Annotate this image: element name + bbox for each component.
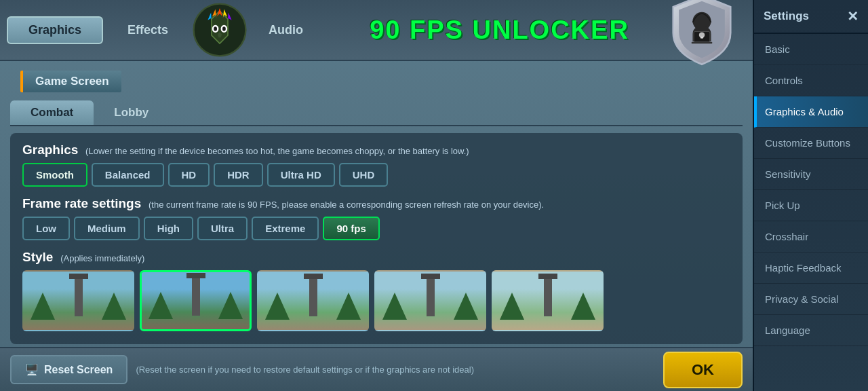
style-thumbnails [22,270,730,331]
style-thumb-3[interactable] [257,270,369,331]
option-hdr[interactable]: HDR [214,163,263,187]
top-bar: Graphics Effects Audio 90 FPS UNLOCKER [0,0,753,61]
style-thumb-2[interactable] [140,270,252,331]
option-smooth[interactable]: Smooth [22,163,87,187]
style-row: Style (Applies immediately) [22,250,730,331]
section-label: Game Screen [20,71,121,92]
style-thumb-1[interactable] [22,270,134,331]
style-thumb-4[interactable] [374,270,486,331]
fps-ultra[interactable]: Ultra [197,217,248,240]
tab-graphics[interactable]: Graphics [7,16,103,44]
fps-extreme[interactable]: Extreme [252,217,319,240]
sidebar-item-graphics-audio[interactable]: Graphics & Audio [754,96,868,128]
graphics-desc: (Lower the setting if the device becomes… [85,146,469,156]
svg-rect-7 [692,42,712,44]
reset-description: (Reset the screen if you need to restore… [136,365,663,375]
graphics-quality-title: Graphics (Lower the setting if the devic… [22,143,730,157]
graphics-quality-row: Graphics (Lower the setting if the devic… [22,143,730,187]
option-uhd[interactable]: UHD [339,163,389,187]
option-hd[interactable]: HD [168,163,210,187]
sidebar-item-controls[interactable]: Controls [754,65,868,96]
close-icon[interactable]: ✕ [847,8,859,24]
main-content: Graphics Effects Audio 90 FPS UNLOCKER [0,0,753,391]
sidebar-item-privacy-social[interactable]: Privacy & Social [754,284,868,315]
sidebar-item-customize-buttons[interactable]: Customize Buttons [754,128,868,159]
fps-medium[interactable]: Medium [74,217,140,240]
option-balanced[interactable]: Balanced [92,163,164,187]
style-label: Style [22,250,53,264]
option-ultrahd[interactable]: Ultra HD [267,163,335,187]
fps-low[interactable]: Low [22,217,70,240]
reset-label: Reset Screen [44,364,113,376]
framerate-desc: (the current frame rate is 90 FPS, pleas… [149,200,544,210]
shield-icon [665,0,739,67]
framerate-title: Frame rate settings (the current frame r… [22,196,730,211]
sub-tab-lobby[interactable]: Lobby [94,100,169,125]
monitor-icon: 🖥️ [25,363,39,376]
fps-high[interactable]: High [144,217,193,240]
sidebar-item-basic[interactable]: Basic [754,34,868,65]
sidebar: Settings ✕ Basic Controls Graphics & Aud… [753,0,868,391]
framerate-options: Low Medium High Ultra Extreme 90 fps [22,217,730,240]
reset-button[interactable]: 🖥️ Reset Screen [10,355,127,384]
sub-tabs: Combat Lobby [10,100,743,126]
sidebar-header: Settings ✕ [754,0,868,34]
svg-point-3 [214,26,217,31]
framerate-label: Frame rate settings [22,196,141,210]
graphics-label: Graphics [22,143,78,157]
framerate-row: Frame rate settings (the current frame r… [22,196,730,240]
sub-tab-combat[interactable]: Combat [10,100,94,125]
tab-audio[interactable]: Audio [247,16,325,44]
style-thumb-5[interactable] [492,270,604,331]
bottom-bar: 🖥️ Reset Screen (Reset the screen if you… [0,347,753,391]
sidebar-title: Settings [764,10,809,23]
sidebar-item-language[interactable]: Language [754,315,868,346]
logo-icon [193,3,247,57]
graphics-options: Smooth Balanced HD HDR Ultra HD UHD [22,163,730,187]
style-desc: (Applies immediately) [60,253,144,263]
ok-button[interactable]: OK [663,352,743,388]
sidebar-item-sensitivity[interactable]: Sensitivity [754,159,868,190]
sidebar-item-haptic-feedback[interactable]: Haptic Feedback [754,253,868,284]
settings-panel: Graphics (Lower the setting if the devic… [10,133,743,344]
svg-point-4 [222,26,226,31]
style-title: Style (Applies immediately) [22,250,730,265]
fps-90[interactable]: 90 fps [323,217,379,240]
tab-effects[interactable]: Effects [106,16,190,44]
sidebar-item-pick-up[interactable]: Pick Up [754,190,868,221]
app-title: 90 FPS UNLOCKER [334,16,665,45]
sidebar-item-crosshair[interactable]: Crosshair [754,221,868,253]
